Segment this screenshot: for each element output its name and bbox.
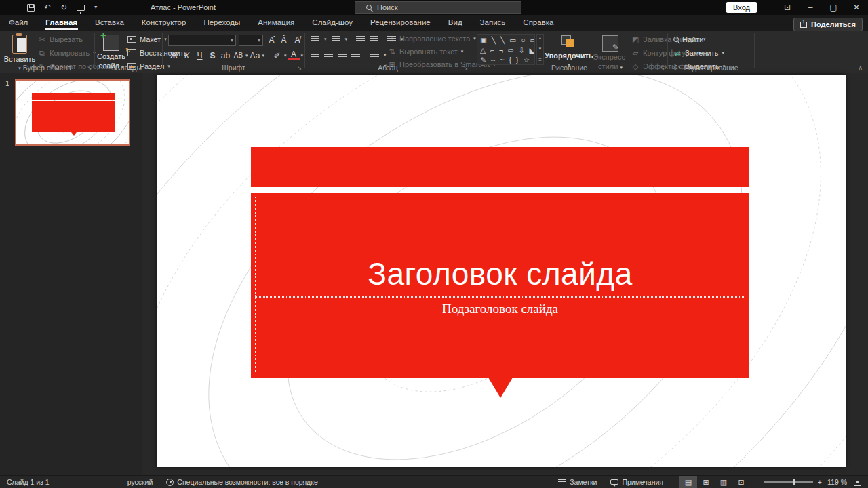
subtitle-placeholder[interactable]: Подзаголовок слайда: [255, 297, 745, 373]
normal-view-button[interactable]: ▤: [679, 476, 697, 488]
shapes-gallery-scroll[interactable]: ▲ ▼ ≡: [536, 34, 544, 65]
sign-in-button[interactable]: Вход: [726, 2, 757, 13]
start-presentation-icon[interactable]: [77, 5, 85, 11]
gallery-down-icon[interactable]: ▼: [538, 47, 542, 51]
new-slide-icon: [103, 35, 119, 51]
maximize-button[interactable]: ▢: [822, 0, 845, 15]
collapse-ribbon-icon[interactable]: ∧: [858, 64, 863, 71]
zoom-level[interactable]: 119 %: [827, 478, 847, 486]
clear-formatting-icon[interactable]: А̸: [292, 35, 303, 45]
numbering-dropdown-icon: ▾: [345, 37, 348, 42]
minimize-button[interactable]: –: [799, 0, 822, 15]
notes-toggle[interactable]: Заметки: [551, 478, 604, 486]
shape-outline-icon: ▱: [631, 49, 639, 57]
bold-button[interactable]: Ж: [168, 51, 180, 60]
slide-thumbnail[interactable]: [15, 79, 130, 146]
align-right-icon[interactable]: [338, 52, 347, 58]
zoom-slider-thumb[interactable]: [793, 479, 795, 485]
paste-icon: [12, 35, 27, 54]
search-input[interactable]: Поиск: [355, 1, 521, 14]
reading-view-button[interactable]: ▥: [715, 476, 732, 488]
drawing-group-label: Рисование: [471, 64, 667, 72]
zoom-in-button[interactable]: +: [818, 478, 822, 486]
slide-pointer-shape[interactable]: [488, 378, 513, 398]
editing-canvas: Заголовок слайда Подзаголовок слайда: [142, 73, 868, 475]
save-icon[interactable]: [27, 4, 35, 12]
gallery-more-icon[interactable]: ≡: [538, 57, 542, 63]
arrange-button[interactable]: Упорядочить ▾: [547, 33, 591, 68]
tab-record[interactable]: Запись: [471, 16, 515, 30]
align-left-icon[interactable]: [311, 52, 319, 58]
find-label: Найти: [682, 35, 703, 43]
zoom-slider[interactable]: [764, 481, 813, 483]
justify-icon[interactable]: [351, 52, 360, 58]
change-case-button[interactable]: Аа: [250, 51, 261, 60]
group-clipboard: Вставить ▾ ✂ Вырезать ⧉ Копировать ▾ ✎ Ф…: [0, 30, 94, 73]
tab-design[interactable]: Конструктор: [133, 16, 195, 30]
tab-animations[interactable]: Анимация: [249, 16, 303, 30]
clipboard-dialog-launcher-icon[interactable]: ↘: [87, 65, 92, 71]
shapes-gallery[interactable]: ▣ ╲ ╲ ▭ ○ ▭ △ ⌐ ¬ ⇨ ⇩ ◣ ✎ ⌢ ~ { } ☆: [477, 34, 535, 65]
comments-icon: [610, 479, 618, 485]
font-size-combo[interactable]: ▾: [239, 35, 263, 46]
fit-slide-to-window-icon[interactable]: [854, 479, 861, 486]
tab-file[interactable]: Файл: [0, 16, 37, 30]
title-placeholder[interactable]: Заголовок слайда: [255, 197, 745, 297]
undo-icon[interactable]: ↶: [44, 3, 51, 12]
language-indicator[interactable]: русский: [121, 478, 160, 486]
columns-icon: [370, 52, 379, 58]
decrease-indent-icon[interactable]: [356, 36, 365, 43]
reset-icon: [127, 49, 136, 56]
gallery-up-icon[interactable]: ▲: [538, 36, 542, 40]
tab-insert[interactable]: Вставка: [86, 16, 133, 30]
underline-button[interactable]: Ч: [194, 51, 205, 60]
font-name-combo[interactable]: ▾: [168, 35, 236, 46]
share-button[interactable]: Поделиться: [793, 18, 863, 31]
highlight-color-icon[interactable]: ✐: [271, 51, 283, 60]
tab-view[interactable]: Вид: [439, 16, 471, 30]
slide-subtitle-text[interactable]: Подзаголовок слайда: [442, 298, 558, 317]
slide-canvas[interactable]: Заголовок слайда Подзаголовок слайда: [157, 75, 846, 467]
strikethrough-button[interactable]: ab: [220, 51, 231, 60]
bullets-icon[interactable]: [311, 36, 319, 43]
shrink-font-icon[interactable]: А̌: [278, 35, 290, 45]
slide-title-block[interactable]: Заголовок слайда Подзаголовок слайда: [251, 193, 749, 378]
accessibility-status[interactable]: Специальные возможности: все в порядке: [159, 478, 324, 486]
font-color-button[interactable]: А: [288, 50, 300, 60]
increase-indent-icon[interactable]: [370, 36, 378, 43]
close-button[interactable]: ✕: [845, 0, 868, 15]
zoom-out-button[interactable]: –: [755, 478, 760, 486]
find-button[interactable]: Найти: [673, 34, 725, 45]
slide-counter[interactable]: Слайд 1 из 1: [0, 478, 56, 486]
redo-icon[interactable]: ↻: [60, 3, 67, 12]
window-controls: Вход ⊡ – ▢ ✕: [726, 0, 868, 15]
grow-font-icon[interactable]: А̂: [266, 35, 277, 45]
slide-title-text[interactable]: Заголовок слайда: [368, 258, 633, 296]
replace-label: Заменить: [685, 49, 718, 57]
comments-toggle[interactable]: Примечания: [604, 478, 670, 486]
slide-top-bar-shape[interactable]: [251, 147, 749, 187]
thumbnail-pointer-shape: [71, 132, 77, 136]
italic-button[interactable]: К: [181, 51, 193, 60]
tab-slideshow[interactable]: Слайд-шоу: [303, 16, 361, 30]
ribbon-display-options-icon[interactable]: ⊡: [776, 0, 799, 15]
slideshow-view-button[interactable]: ⊡: [732, 476, 750, 488]
numbering-icon[interactable]: [332, 36, 340, 43]
replace-button[interactable]: ⇄ Заменить ▾: [673, 47, 725, 58]
text-shadow-button[interactable]: S: [207, 51, 218, 60]
slide-sorter-view-button[interactable]: ⊞: [697, 476, 715, 488]
font-size-dropdown-icon: ▾: [258, 37, 260, 43]
text-direction-icon: ↕: [388, 35, 396, 43]
align-center-icon[interactable]: [324, 52, 333, 58]
paragraph-dialog-launcher-icon[interactable]: ↘: [463, 65, 468, 71]
tab-home[interactable]: Главная: [37, 16, 86, 30]
thumbnail-title-shape: [32, 101, 115, 132]
drawing-dialog-launcher-icon[interactable]: ↘: [660, 65, 665, 71]
character-spacing-button[interactable]: АВ: [233, 52, 244, 59]
tab-transitions[interactable]: Переходы: [195, 16, 249, 30]
tab-review[interactable]: Рецензирование: [361, 16, 439, 30]
font-dialog-launcher-icon[interactable]: ↘: [297, 65, 302, 71]
tab-help[interactable]: Справка: [514, 16, 562, 30]
customize-qat-icon[interactable]: ▾: [94, 5, 97, 10]
share-icon: [800, 22, 807, 28]
